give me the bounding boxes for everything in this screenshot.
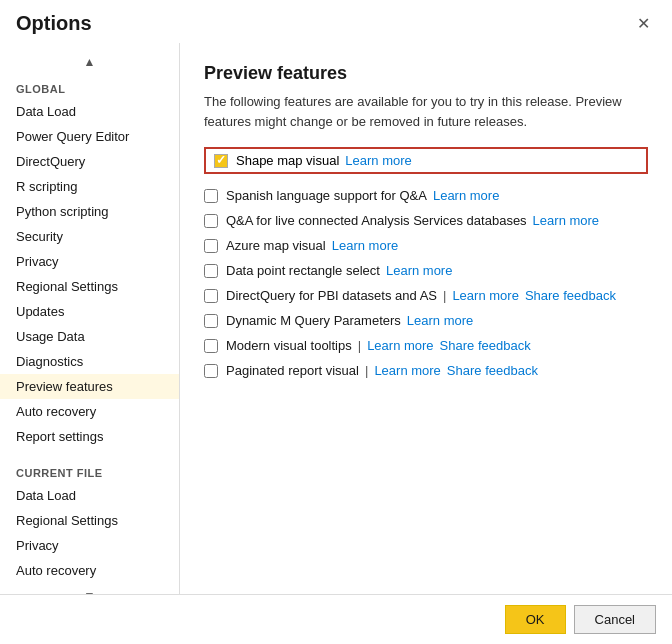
- feature-item-text: Dynamic M Query Parameters Learn more: [226, 313, 473, 328]
- learn-more-link[interactable]: Share feedback: [447, 363, 538, 378]
- feature-label: Dynamic M Query Parameters: [226, 313, 401, 328]
- feature-label: Spanish language support for Q&A: [226, 188, 427, 203]
- feature-label: Shape map visual: [236, 153, 339, 168]
- learn-more-link[interactable]: Learn more: [374, 363, 440, 378]
- feature-label: DirectQuery for PBI datasets and AS: [226, 288, 437, 303]
- feature-item-text: Azure map visual Learn more: [226, 238, 398, 253]
- sidebar-item-report-settings[interactable]: Report settings: [0, 424, 179, 449]
- feature-label: Data point rectangle select: [226, 263, 380, 278]
- feature-item-text: Modern visual tooltips | Learn more Shar…: [226, 338, 531, 353]
- sidebar-item-usage-data[interactable]: Usage Data: [0, 324, 179, 349]
- content-area: Preview features The following features …: [180, 43, 672, 594]
- checked-icon: [214, 154, 228, 168]
- feature-item: Data point rectangle select Learn more: [204, 263, 648, 278]
- feature-item: Modern visual tooltips | Learn more Shar…: [204, 338, 648, 353]
- feature-checkbox[interactable]: [204, 214, 218, 228]
- cf-sidebar-item-auto-recovery[interactable]: Auto recovery: [0, 558, 179, 583]
- cf-sidebar-item-regional-settings[interactable]: Regional Settings: [0, 508, 179, 533]
- sidebar-item-r-scripting[interactable]: R scripting: [0, 174, 179, 199]
- learn-more-link[interactable]: Learn more: [407, 313, 473, 328]
- feature-item: Q&A for live connected Analysis Services…: [204, 213, 648, 228]
- feature-item: Azure map visual Learn more: [204, 238, 648, 253]
- feature-item-text: DirectQuery for PBI datasets and AS | Le…: [226, 288, 616, 303]
- sidebar: ▲ GLOBAL Data LoadPower Query EditorDire…: [0, 43, 180, 594]
- feature-item: Spanish language support for Q&A Learn m…: [204, 188, 648, 203]
- learn-more-link[interactable]: Share feedback: [525, 288, 616, 303]
- cf-sidebar-item-data-load[interactable]: Data Load: [0, 483, 179, 508]
- content-title: Preview features: [204, 63, 648, 84]
- sidebar-item-data-load[interactable]: Data Load: [0, 99, 179, 124]
- learn-more-link[interactable]: Learn more: [433, 188, 499, 203]
- sidebar-item-privacy[interactable]: Privacy: [0, 249, 179, 274]
- feature-item: Dynamic M Query Parameters Learn more: [204, 313, 648, 328]
- feature-item-text: Shape map visual Learn more: [236, 153, 412, 168]
- feature-label: Paginated report visual: [226, 363, 359, 378]
- scroll-up-arrow[interactable]: ▲: [0, 51, 179, 73]
- learn-more-link[interactable]: Learn more: [386, 263, 452, 278]
- dialog-title: Options: [16, 12, 92, 35]
- learn-more-link[interactable]: Learn more: [452, 288, 518, 303]
- feature-checkbox[interactable]: [204, 364, 218, 378]
- sidebar-item-preview-features[interactable]: Preview features: [0, 374, 179, 399]
- feature-list: Shape map visual Learn moreSpanish langu…: [204, 147, 648, 378]
- link-separator: |: [443, 288, 446, 303]
- feature-label: Q&A for live connected Analysis Services…: [226, 213, 527, 228]
- current-file-nav: Data LoadRegional SettingsPrivacyAuto re…: [0, 483, 179, 583]
- sidebar-item-auto-recovery[interactable]: Auto recovery: [0, 399, 179, 424]
- feature-checkbox[interactable]: [204, 264, 218, 278]
- sidebar-item-security[interactable]: Security: [0, 224, 179, 249]
- dialog-body: ▲ GLOBAL Data LoadPower Query EditorDire…: [0, 43, 672, 594]
- cf-sidebar-item-privacy[interactable]: Privacy: [0, 533, 179, 558]
- sidebar-item-directquery[interactable]: DirectQuery: [0, 149, 179, 174]
- title-bar: Options ✕: [0, 0, 672, 43]
- link-separator: |: [365, 363, 368, 378]
- feature-item-text: Paginated report visual | Learn more Sha…: [226, 363, 538, 378]
- feature-item-text: Q&A for live connected Analysis Services…: [226, 213, 599, 228]
- feature-item: Paginated report visual | Learn more Sha…: [204, 363, 648, 378]
- feature-item: Shape map visual Learn more: [204, 147, 648, 174]
- sidebar-item-diagnostics[interactable]: Diagnostics: [0, 349, 179, 374]
- feature-item-text: Spanish language support for Q&A Learn m…: [226, 188, 499, 203]
- ok-button[interactable]: OK: [505, 605, 566, 634]
- feature-checkbox[interactable]: [204, 239, 218, 253]
- options-dialog: Options ✕ ▲ GLOBAL Data LoadPower Query …: [0, 0, 672, 644]
- link-separator: |: [358, 338, 361, 353]
- learn-more-link[interactable]: Learn more: [345, 153, 411, 168]
- current-file-section-label: CURRENT FILE: [0, 459, 179, 483]
- learn-more-link[interactable]: Learn more: [367, 338, 433, 353]
- global-nav: Data LoadPower Query EditorDirectQueryR …: [0, 99, 179, 449]
- sidebar-item-regional-settings[interactable]: Regional Settings: [0, 274, 179, 299]
- feature-checkbox[interactable]: [204, 339, 218, 353]
- feature-label: Azure map visual: [226, 238, 326, 253]
- feature-item-text: Data point rectangle select Learn more: [226, 263, 452, 278]
- learn-more-link[interactable]: Share feedback: [440, 338, 531, 353]
- feature-checkbox[interactable]: [204, 189, 218, 203]
- feature-checkbox[interactable]: [204, 289, 218, 303]
- sidebar-item-python-scripting[interactable]: Python scripting: [0, 199, 179, 224]
- feature-checkbox[interactable]: [204, 314, 218, 328]
- sidebar-item-updates[interactable]: Updates: [0, 299, 179, 324]
- sidebar-item-power-query-editor[interactable]: Power Query Editor: [0, 124, 179, 149]
- scroll-down-arrow[interactable]: ▼: [0, 585, 179, 594]
- feature-label: Modern visual tooltips: [226, 338, 352, 353]
- close-button[interactable]: ✕: [631, 12, 656, 35]
- cancel-button[interactable]: Cancel: [574, 605, 656, 634]
- learn-more-link[interactable]: Learn more: [332, 238, 398, 253]
- content-description: The following features are available for…: [204, 92, 648, 131]
- dialog-footer: OK Cancel: [0, 594, 672, 644]
- learn-more-link[interactable]: Learn more: [533, 213, 599, 228]
- feature-item: DirectQuery for PBI datasets and AS | Le…: [204, 288, 648, 303]
- global-section-label: GLOBAL: [0, 75, 179, 99]
